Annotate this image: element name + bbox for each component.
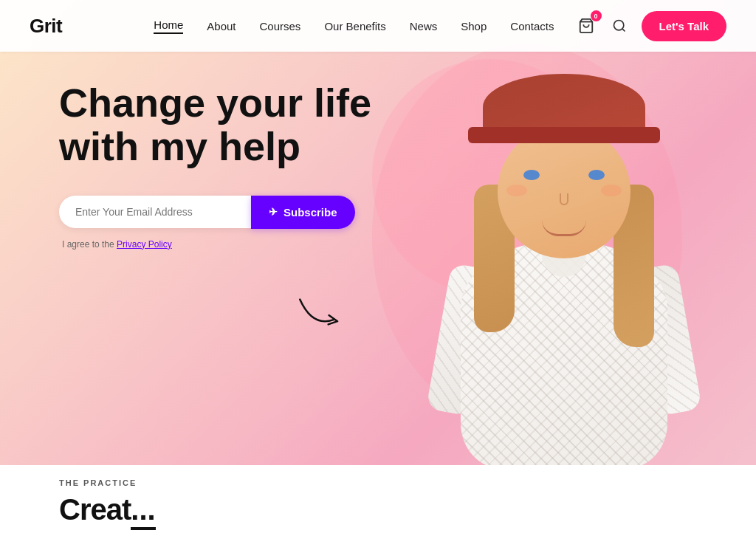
nav-item-home[interactable]: Home bbox=[154, 18, 183, 34]
nav-item-courses[interactable]: Courses bbox=[260, 20, 301, 32]
arrow-decoration bbox=[292, 283, 359, 344]
hero-section: Change your life with my help ✈ Subscrib… bbox=[0, 0, 756, 465]
email-input[interactable] bbox=[59, 196, 251, 228]
nav-item-about[interactable]: About bbox=[207, 20, 236, 32]
email-form: ✈ Subscribe bbox=[59, 196, 371, 229]
search-button[interactable] bbox=[609, 16, 630, 36]
lets-talk-button[interactable]: Let's Talk bbox=[642, 11, 726, 41]
main-nav: Home About Courses Our Benefits News Sho… bbox=[154, 18, 554, 34]
logo: Grit bbox=[30, 15, 62, 38]
hero-person-image bbox=[372, 44, 756, 465]
svg-point-1 bbox=[614, 21, 623, 30]
bottom-headline: Creat... bbox=[59, 493, 697, 526]
privacy-text: I agree to the Privacy Policy bbox=[59, 239, 371, 250]
header: Grit Home About Courses Our Benefits New… bbox=[0, 0, 756, 52]
hero-content: Change your life with my help ✈ Subscrib… bbox=[59, 81, 371, 250]
bottom-section: THE PRACTICE Creat... bbox=[0, 465, 756, 550]
svg-line-2 bbox=[622, 29, 625, 32]
hero-headline: Change your life with my help bbox=[59, 81, 371, 169]
privacy-policy-link[interactable]: Privacy Policy bbox=[117, 239, 172, 250]
send-icon: ✈ bbox=[269, 206, 278, 218]
nav-item-contacts[interactable]: Contacts bbox=[510, 20, 554, 32]
nav-item-shop[interactable]: Shop bbox=[461, 20, 487, 32]
nav-item-our-benefits[interactable]: Our Benefits bbox=[324, 20, 385, 32]
header-icons: 0 bbox=[575, 15, 630, 37]
subscribe-button[interactable]: ✈ Subscribe bbox=[251, 196, 355, 229]
section-label: THE PRACTICE bbox=[59, 478, 697, 487]
person-silhouette bbox=[424, 74, 704, 465]
cart-button[interactable]: 0 bbox=[575, 15, 597, 37]
nav-item-news[interactable]: News bbox=[410, 20, 438, 32]
cart-badge: 0 bbox=[591, 10, 602, 21]
